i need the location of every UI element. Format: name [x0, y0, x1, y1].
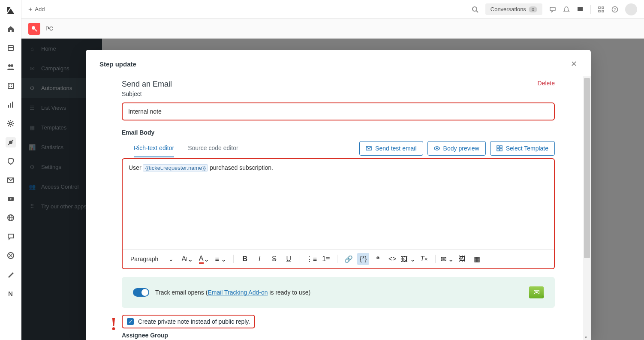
body-preview-button[interactable]: Body preview: [427, 141, 486, 156]
svg-point-35: [436, 147, 438, 149]
rail-n-icon[interactable]: N: [6, 288, 16, 298]
media-button[interactable]: 🖼: [456, 253, 468, 265]
svg-rect-6: [11, 84, 12, 85]
rail-logo-icon[interactable]: [6, 5, 16, 15]
bullet-list-button[interactable]: ⋮≡: [305, 253, 317, 265]
private-note-highlight: ✓ Create private note instead of public …: [122, 315, 255, 328]
modal-title: Step update: [99, 60, 136, 68]
svg-point-32: [32, 26, 35, 30]
delete-button[interactable]: Delete: [538, 80, 555, 87]
scroll-thumb[interactable]: [584, 78, 590, 258]
bold-button[interactable]: B: [239, 253, 251, 265]
section-title: Send an Email: [122, 80, 172, 89]
app-name-label: PC: [45, 25, 53, 32]
sub-bar: PC: [21, 19, 644, 39]
body-label: Email Body: [122, 129, 555, 136]
conversations-button[interactable]: Conversations 0: [485, 3, 542, 15]
rail-gear-icon[interactable]: [6, 118, 16, 129]
chat-filled-icon[interactable]: [577, 6, 584, 13]
send-test-email-button[interactable]: Send test email: [359, 141, 423, 156]
track-rest: is ready to use): [268, 289, 311, 296]
rail-users-icon[interactable]: [6, 62, 16, 72]
svg-rect-39: [500, 149, 502, 151]
assignee-group-label: Assignee Group: [122, 332, 555, 339]
rail-mail-icon[interactable]: [6, 175, 16, 185]
italic-button[interactable]: I: [253, 253, 265, 265]
font-color-button[interactable]: A ⌄: [197, 253, 211, 265]
apps-icon[interactable]: [598, 6, 605, 13]
link-button[interactable]: 🔗: [343, 253, 355, 265]
avatar[interactable]: [625, 3, 637, 15]
editor-toolbar: Paragraph⌄ AI ⌄ A ⌄ ≡ ⌄ B I S U ⋮≡ 1≡ 🔗: [123, 249, 554, 268]
private-note-checkbox[interactable]: ✓: [127, 318, 134, 325]
bell-icon[interactable]: [563, 6, 570, 13]
underline-button[interactable]: U: [283, 253, 295, 265]
email-body-editor[interactable]: User {{ticket.requester.name}} purchased…: [123, 159, 554, 249]
paragraph-select[interactable]: Paragraph⌄: [127, 254, 177, 264]
svg-rect-9: [8, 105, 9, 108]
rail-play-icon[interactable]: [6, 194, 16, 204]
image-button[interactable]: 🖼 ⌄: [401, 253, 415, 265]
attachment-button[interactable]: ✉ ⌄: [441, 253, 454, 265]
rail-globe-icon[interactable]: [6, 213, 16, 223]
top-bar: + Add Conversations 0 ?: [21, 0, 644, 19]
comment-icon[interactable]: [549, 6, 556, 13]
rail-book-icon[interactable]: [6, 43, 16, 53]
font-size-button[interactable]: AI ⌄: [180, 253, 194, 265]
align-button[interactable]: ≡ ⌄: [214, 253, 229, 265]
svg-rect-38: [497, 149, 499, 151]
rail-building-icon[interactable]: [6, 81, 16, 91]
clear-format-button[interactable]: T×: [418, 253, 430, 265]
help-icon[interactable]: ?: [611, 6, 618, 13]
rail-rocket-icon[interactable]: [6, 137, 16, 147]
svg-rect-8: [11, 86, 12, 87]
svg-rect-27: [602, 7, 604, 9]
rail-web-icon[interactable]: [6, 250, 16, 261]
svg-rect-28: [599, 10, 600, 12]
rail-shield-icon[interactable]: [6, 156, 16, 166]
variable-chip[interactable]: {{ticket.requester.name}}: [143, 164, 208, 172]
svg-rect-36: [497, 146, 499, 148]
table-button[interactable]: ▦: [471, 253, 483, 265]
add-button[interactable]: + Add: [28, 6, 45, 13]
svg-rect-7: [9, 86, 10, 87]
subject-input[interactable]: [123, 103, 554, 120]
tab-source-code[interactable]: Source code editor: [188, 139, 238, 157]
number-list-button[interactable]: 1≡: [320, 253, 332, 265]
private-note-label: Create private note instead of public re…: [138, 318, 250, 325]
svg-text:?: ?: [614, 7, 616, 12]
quote-button[interactable]: ❝: [372, 253, 384, 265]
scroll-down-icon[interactable]: ▾: [585, 335, 589, 339]
strike-button[interactable]: S: [268, 253, 280, 265]
svg-line-14: [8, 143, 10, 145]
svg-rect-29: [602, 10, 604, 12]
code-button[interactable]: <>: [386, 253, 398, 265]
variable-button[interactable]: {*}: [357, 253, 369, 265]
svg-rect-11: [12, 102, 13, 108]
svg-rect-5: [9, 84, 10, 85]
rail-stats-icon[interactable]: [6, 99, 16, 110]
tracking-addon-link[interactable]: Email Tracking Add-on: [208, 289, 268, 296]
step-update-modal: Step update ✕ ▴ ▾ Send an Email Subject …: [86, 50, 591, 340]
svg-line-15: [12, 140, 13, 141]
editor-text-suffix: purchased subscription.: [208, 164, 273, 171]
tab-rich-text[interactable]: Rich-text editor: [134, 139, 174, 157]
select-template-button[interactable]: Select Template: [490, 141, 555, 156]
svg-rect-37: [500, 146, 502, 148]
tracking-badge-icon: [529, 286, 544, 298]
svg-point-22: [472, 7, 477, 11]
svg-rect-26: [599, 7, 600, 9]
app-tile-icon[interactable]: [28, 23, 40, 35]
editor-text-prefix: User: [129, 164, 143, 171]
scrollbar[interactable]: ▴ ▾: [583, 76, 591, 340]
rail-brush-icon[interactable]: [6, 269, 16, 280]
track-email-box: Track email opens (Email Tracking Add-on…: [122, 277, 555, 308]
close-icon[interactable]: ✕: [571, 59, 577, 69]
track-toggle[interactable]: [133, 288, 149, 297]
chevron-down-icon: ⌄: [169, 256, 174, 262]
editor-highlight: User {{ticket.requester.name}} purchased…: [122, 158, 555, 269]
svg-point-3: [11, 64, 13, 67]
rail-chat-icon[interactable]: [6, 232, 16, 242]
search-icon[interactable]: [472, 6, 478, 13]
rail-home-icon[interactable]: [6, 24, 16, 34]
